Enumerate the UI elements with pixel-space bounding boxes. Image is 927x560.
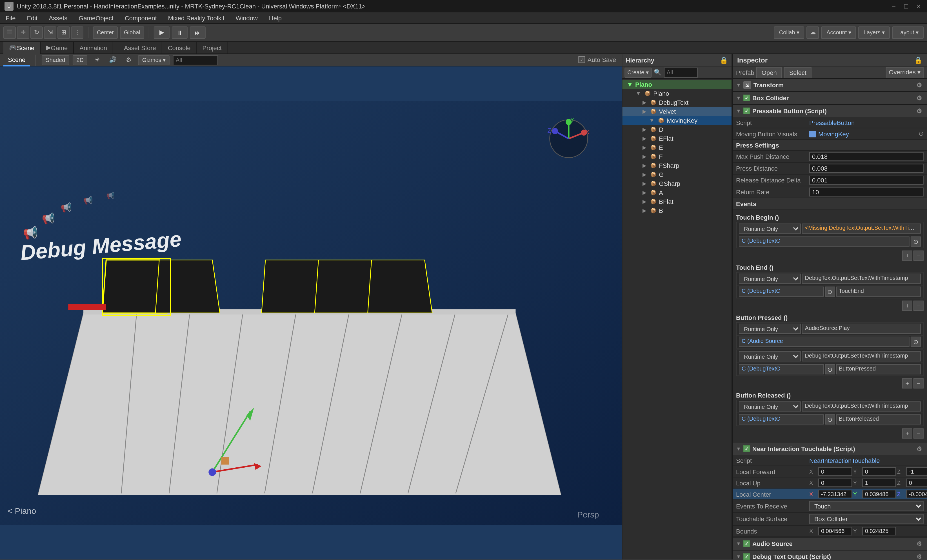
menu-file[interactable]: File [3,14,18,21]
scale-tool[interactable]: ⇲ [44,26,56,39]
button-pressed-add-btn[interactable]: + [902,378,912,389]
center-x-input[interactable] [818,490,852,498]
audio-icon[interactable]: 🔊 [107,54,119,66]
pressable-btn-toggle[interactable]: ▼ [736,108,741,114]
box-collider-header[interactable]: ▼ Box Collider ⚙ [732,92,927,104]
hierarchy-item-bflat[interactable]: ▶ 📦 BFlat [622,197,731,206]
scene-search[interactable] [173,55,218,65]
events-to-receive-dropdown[interactable]: Touch [809,501,924,511]
button-pressed-obj1[interactable]: C (Audio Source [739,337,910,347]
account-dropdown[interactable]: Account ▾ [821,26,856,39]
center-button[interactable]: Center [93,26,118,39]
pause-button[interactable]: ⏸ [172,26,188,39]
moving-button-value[interactable]: MovingKey [809,131,849,137]
tab-asset-store[interactable]: Asset Store [118,41,162,54]
touch-end-add-btn[interactable]: + [902,301,912,311]
scene-view-tab[interactable]: Scene [3,54,30,66]
layers-dropdown[interactable]: Layers ▾ [859,26,890,39]
hierarchy-item-f[interactable]: ▶ 📦 F [622,152,731,161]
transform-tool[interactable]: ⋮ [71,26,84,39]
near-interaction-settings-icon[interactable]: ⚙ [915,444,924,453]
touch-begin-remove-btn[interactable]: − [913,250,924,261]
rect-tool[interactable]: ⊞ [58,26,70,39]
near-interaction-checkbox[interactable] [743,445,750,452]
center-z-input[interactable] [906,490,927,498]
hierarchy-item-g[interactable]: ▶ 📦 G [622,170,731,179]
transform-toggle[interactable]: ▼ [736,82,741,88]
hierarchy-search[interactable] [664,67,698,77]
prefab-open-button[interactable]: Open [757,67,782,78]
effects-icon[interactable]: ⚙ [123,54,135,66]
tab-project[interactable]: Project [197,41,228,54]
tab-game[interactable]: ▶ Game [41,41,74,54]
touch-begin-add-btn[interactable]: + [902,250,912,261]
near-interaction-toggle[interactable]: ▼ [736,446,741,452]
touch-end-remove-btn[interactable]: − [913,301,924,311]
button-pressed-runtime-dropdown1[interactable]: Runtime Only [739,324,801,334]
pressable-btn-checkbox[interactable] [743,108,750,114]
maximize-button[interactable]: □ [902,2,910,10]
button-released-add-btn[interactable]: + [902,428,912,439]
autosave-checkbox[interactable] [579,56,585,63]
pressable-button-header[interactable]: ▼ Pressable Button (Script) ⚙ [732,105,927,117]
debug-text-output-header[interactable]: ▼ Debug Text Output (Script) ⚙ [732,551,927,560]
forward-x-input[interactable] [818,467,852,475]
transform-header[interactable]: ▼ ⇲ Transform ⚙ [732,79,927,91]
up-x-input[interactable] [818,478,852,487]
tab-animation[interactable]: Animation [74,41,113,54]
gizmos-dropdown[interactable]: Gizmos ▾ [138,55,170,65]
prefab-select-button[interactable]: Select [784,67,812,78]
move-tool[interactable]: ✛ [17,26,29,39]
transform-settings-icon[interactable]: ⚙ [915,80,924,90]
inspector-pin-icon[interactable]: 🔒 [914,56,922,64]
up-y-input[interactable] [862,478,896,487]
hierarchy-item-movingkey[interactable]: ▼ 📦 MovingKey [622,116,731,125]
audio-source-header[interactable]: ▼ Audio Source ⚙ [732,537,927,550]
moving-key-target-icon[interactable]: ⊙ [919,130,924,137]
menu-component[interactable]: Component [123,14,159,21]
hierarchy-item-debugtext[interactable]: ▶ 📦 DebugText [622,98,731,107]
button-released-obj[interactable]: C (DebugTextC [739,414,824,425]
box-collider-toggle[interactable]: ▼ [736,95,741,101]
hierarchy-pin[interactable]: 🔒 [720,56,728,64]
button-pressed-obj2[interactable]: C (DebugTextC [739,364,824,375]
pressable-btn-settings-icon[interactable]: ⚙ [915,106,924,115]
shading-dropdown[interactable]: Shaded [42,55,69,65]
return-rate-input[interactable] [809,188,924,197]
box-collider-checkbox[interactable] [743,95,750,102]
press-distance-input[interactable] [809,164,924,173]
prefab-overrides-dropdown[interactable]: Overrides ▾ [886,67,924,78]
collab-button[interactable]: Collab ▾ [774,26,804,39]
menu-window[interactable]: Window [234,14,260,21]
button-pressed-runtime-dropdown2[interactable]: Runtime Only [739,351,801,361]
menu-mixed-reality[interactable]: Mixed Reality Toolkit [166,14,227,21]
button-pressed-target-btn2[interactable]: ⊙ [825,364,835,375]
rotate-tool[interactable]: ↻ [30,26,43,39]
hierarchy-item-b[interactable]: ▶ 📦 B [622,206,731,215]
hierarchy-item-d[interactable]: ▶ 📦 D [622,125,731,134]
max-push-input[interactable] [809,152,924,161]
button-released-remove-btn[interactable]: − [913,428,924,439]
hierarchy-item-eflat[interactable]: ▶ 📦 EFlat [622,134,731,143]
hierarchy-item-piano[interactable]: ▼ 📦 Piano [622,89,731,98]
menu-help[interactable]: Help [267,14,284,21]
step-button[interactable]: ⏭ [190,26,206,39]
near-script-value[interactable]: NearInteractionTouchable [809,457,924,464]
close-button[interactable]: × [915,2,922,10]
bounds-y-input[interactable] [862,527,896,535]
titlebar-controls[interactable]: − □ × [890,2,922,10]
audio-source-checkbox[interactable] [743,540,750,547]
button-pressed-target-btn1[interactable]: ⊙ [911,337,921,347]
forward-y-input[interactable] [862,467,896,475]
audio-source-settings-icon[interactable]: ⚙ [915,539,924,548]
hierarchy-item-e[interactable]: ▶ 📦 E [622,143,731,152]
center-y-input[interactable] [862,490,896,498]
menu-edit[interactable]: Edit [24,14,40,21]
tab-console[interactable]: Console [162,41,197,54]
hierarchy-item-a[interactable]: ▶ 📦 A [622,188,731,197]
button-released-target-btn[interactable]: ⊙ [825,414,835,425]
release-distance-input[interactable] [809,176,924,185]
hierarchy-item-gsharp[interactable]: ▶ 📦 GSharp [622,179,731,188]
layout-dropdown[interactable]: Layout ▾ [892,26,924,39]
tab-scene[interactable]: 🎮 Scene [3,41,41,54]
